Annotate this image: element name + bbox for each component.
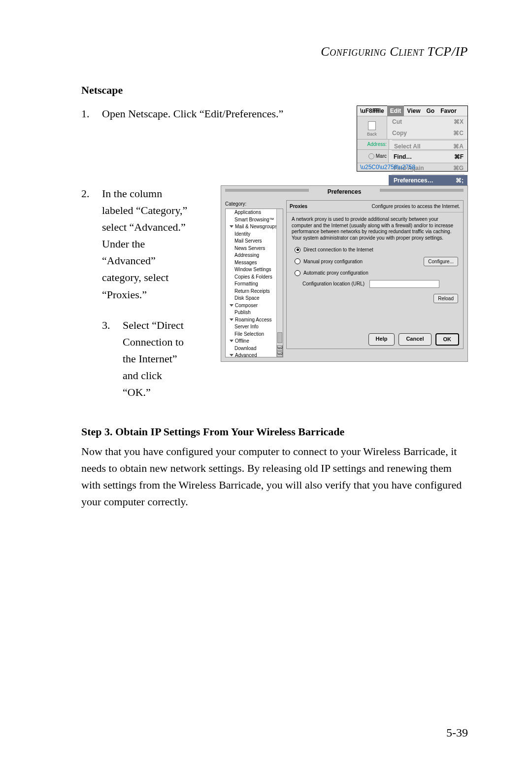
cat-disk-space[interactable]: Disk Space: [226, 295, 283, 302]
panel-caption: Configure proxies to access the Internet…: [371, 203, 460, 211]
menu-file[interactable]: File: [371, 106, 387, 117]
step3-heading: Step 3. Obtain IP Settings From Your Wir…: [81, 425, 468, 438]
menu-view[interactable]: View: [404, 106, 423, 117]
back-label: Back: [367, 131, 377, 138]
cat-advanced[interactable]: Advanced: [226, 352, 283, 357]
cat-applications[interactable]: Applications: [226, 209, 283, 216]
cat-composer[interactable]: Composer: [226, 302, 283, 310]
cat-news-servers[interactable]: News Servers: [226, 245, 283, 252]
running-head: Configuring Client TCP/IP: [81, 44, 468, 59]
triangle-down-icon: [230, 354, 233, 356]
cat-file-selection[interactable]: File Selection: [226, 331, 283, 338]
radio-auto-label: Automatic proxy configuration: [303, 269, 368, 277]
bookmark-marc[interactable]: Marc: [357, 150, 389, 163]
radio-direct-row[interactable]: Direct connection to the Internet: [295, 246, 458, 254]
cat-messages[interactable]: Messages: [226, 259, 283, 267]
cat-identity[interactable]: Identity: [226, 231, 283, 238]
cat-return-receipts[interactable]: Return Receipts: [226, 288, 283, 295]
scrollbar-thumb[interactable]: [277, 332, 282, 343]
step-1: Open Netscape. Click “Edit/Preferences.”…: [81, 106, 468, 172]
document-icon: [368, 121, 376, 130]
cancel-button[interactable]: Cancel: [399, 333, 431, 346]
cat-mail-servers[interactable]: Mail Servers: [226, 238, 283, 245]
cat-download[interactable]: Download: [226, 345, 283, 352]
dialog-title: Preferences: [221, 186, 467, 198]
cat-mail-newsgroups[interactable]: Mail & Newsgroups: [226, 223, 283, 231]
cat-formatting[interactable]: Formatting: [226, 281, 283, 288]
radio-direct-label: Direct connection to the Internet: [303, 246, 373, 254]
cat-smart-browsing[interactable]: Smart Browsing™: [226, 216, 283, 224]
cat-addressing[interactable]: Addressing: [226, 252, 283, 259]
left-arrow-icon: \u25C0\u2758\u2758: [360, 163, 415, 172]
scroll-down-icon[interactable]: \u25BC: [277, 351, 283, 357]
category-label: Category:: [225, 200, 283, 208]
menu-favor[interactable]: Favor: [437, 106, 460, 117]
triangle-down-icon: [230, 318, 233, 321]
cat-offline[interactable]: Offline: [226, 338, 283, 345]
proxies-panel: Proxies Configure proxies to access the …: [286, 200, 464, 349]
triangle-down-icon: [230, 304, 233, 307]
menu-go[interactable]: Go: [423, 106, 437, 117]
section-heading-netscape: Netscape: [81, 84, 468, 97]
panel-name: Proxies: [290, 203, 307, 211]
cat-window-settings[interactable]: Window Settings: [226, 266, 283, 274]
cat-server-info[interactable]: Server Info: [226, 323, 283, 331]
menu-item-preferences[interactable]: Preferences… ⌘;: [389, 175, 467, 186]
toolbar-back[interactable]: Back: [357, 116, 387, 139]
page-number: 5-39: [446, 726, 468, 739]
cat-roaming-access[interactable]: Roaming Access: [226, 317, 283, 324]
step-2: In the column labeled “Category,” select…: [81, 185, 468, 401]
menubar: \uF8FF File Edit View Go Favor: [357, 106, 467, 116]
edit-dropdown: Cut ⌘X Copy ⌘C Paste ⌘V: [387, 116, 467, 139]
help-button[interactable]: Help: [368, 333, 395, 346]
panel-description: A network proxy is used to provide addit…: [292, 216, 458, 241]
configure-button[interactable]: Configure...: [424, 257, 458, 267]
step3-body: Now that you have configured your comput…: [81, 443, 468, 510]
url-row: Configuration location (URL): [302, 280, 458, 288]
step-2-text: In the column labeled “Category,” select…: [102, 185, 191, 303]
menu-edit[interactable]: Edit: [387, 106, 404, 117]
radio-auto-row[interactable]: Automatic proxy configuration: [295, 269, 458, 277]
url-label: Configuration location (URL): [302, 280, 365, 288]
radio-auto[interactable]: [295, 270, 300, 276]
category-scrollbar[interactable]: \u25B2 \u25BC: [276, 209, 283, 357]
radio-manual-row[interactable]: Manual proxy configuration Configure...: [295, 257, 458, 267]
radio-manual[interactable]: [295, 258, 300, 264]
step-3-text: Select “Direct Connection to the Interne…: [123, 317, 191, 401]
cat-copies-folders[interactable]: Copies & Folders: [226, 274, 283, 281]
address-label: Address:: [357, 140, 389, 149]
radio-manual-label: Manual proxy configuration: [303, 258, 363, 266]
bookmark-icon: [368, 153, 374, 159]
menu-item-copy[interactable]: Copy ⌘C: [387, 128, 467, 139]
ok-button[interactable]: OK: [435, 333, 460, 346]
apple-menu-icon[interactable]: \uF8FF: [357, 106, 371, 117]
scroll-up-icon[interactable]: \u25B2: [277, 345, 283, 351]
triangle-down-icon: [230, 225, 233, 228]
cat-publish[interactable]: Publish: [226, 309, 283, 317]
figure-edit-menu: \uF8FF File Edit View Go Favor Back: [357, 106, 468, 172]
radio-direct[interactable]: [295, 247, 300, 253]
category-list[interactable]: Applications Smart Browsing™ Mail & News…: [225, 209, 283, 357]
figure-preferences-dialog: Preferences Category: Applications Smart…: [221, 185, 468, 362]
reload-button[interactable]: Reload: [433, 294, 458, 304]
menu-item-cut[interactable]: Cut ⌘X: [387, 116, 467, 128]
url-input[interactable]: [369, 280, 439, 288]
menu-item-find[interactable]: Find… ⌘F: [389, 151, 467, 163]
step-1-text: Open Netscape. Click “Edit/Preferences.”: [102, 106, 299, 122]
triangle-down-icon: [230, 340, 233, 342]
